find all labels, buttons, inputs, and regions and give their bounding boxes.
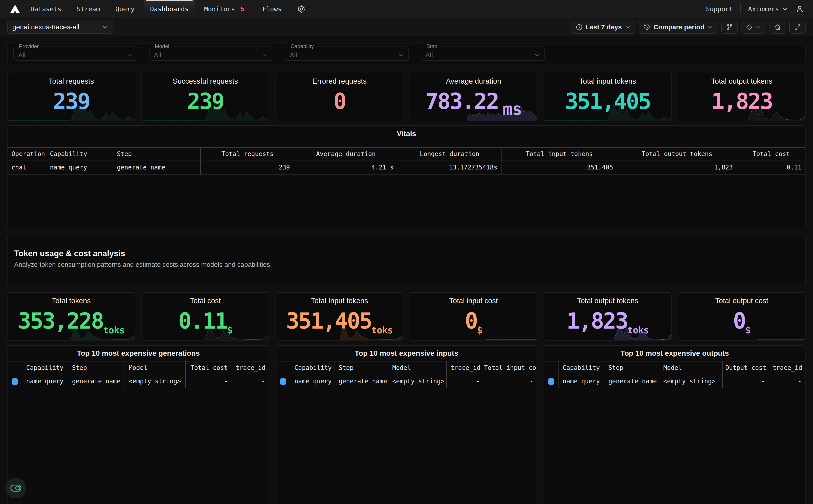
stat-card-total-cost[interactable]: Total cost 0.11$: [141, 292, 269, 340]
col-header-swatch: [276, 361, 290, 374]
settings-gear-icon[interactable]: [291, 0, 312, 18]
col-header: Capability: [22, 361, 68, 374]
stat-card-successful-requests[interactable]: Successful requests 239: [141, 73, 269, 121]
cell-trace-id: -: [232, 374, 269, 388]
chevron-down-icon: [398, 52, 404, 58]
top-expensive-inputs-panel: Top 10 most expensive inputs Capability …: [275, 345, 538, 504]
table-row[interactable]: name_query generate_name <empty string> …: [276, 374, 538, 388]
cell-model: <empty string>: [388, 374, 447, 388]
cell-capability: name_query: [559, 374, 604, 388]
col-header-swatch: [544, 361, 559, 374]
org-name: Axiomers: [748, 5, 779, 13]
chevron-down-icon: [102, 24, 108, 30]
col-header: Model: [125, 361, 186, 374]
vitals-table: Operation Capability Step Total requests…: [8, 147, 805, 175]
legend-swatch[interactable]: [12, 378, 18, 385]
stat-card-value: 239: [53, 85, 90, 121]
col-header: Capability: [290, 361, 334, 374]
section-title: Token usage & cost analysis: [14, 249, 805, 258]
stat-cards-row-2: Total tokens 353,228toks Total cost 0.11…: [7, 292, 806, 340]
stat-card-total-output-tokens-2[interactable]: Total output tokens 1,823toks: [544, 292, 672, 340]
dashboard-toolbar: genai.nexus-traces-all Last 7 days Compa…: [0, 18, 813, 36]
version-history-button[interactable]: [721, 21, 738, 34]
col-header: Step: [604, 361, 659, 374]
cell-longest-duration: 13.172735418s: [398, 160, 502, 174]
table-row[interactable]: name_query generate_name <empty string> …: [544, 374, 805, 388]
filter-model-value: All: [154, 51, 161, 59]
cell-total-input-cost: -: [484, 374, 538, 388]
col-header: Step: [68, 361, 125, 374]
cell-trace-id: -: [769, 374, 805, 388]
dashboard-selector-value: genai.nexus-traces-all: [12, 23, 79, 31]
stat-card-total-input-tokens[interactable]: Total input tokens 351,405: [544, 73, 672, 121]
cell-step: generate_name: [68, 374, 125, 388]
cell-capability: name_query: [290, 374, 334, 388]
clock-icon: [576, 24, 583, 31]
nav-item-dashboards[interactable]: Dashboards: [144, 0, 195, 18]
chevron-down-icon: [534, 52, 540, 58]
stat-card-total-input-cost[interactable]: Total input cost 0$: [410, 292, 538, 340]
cell-average-duration: 4.21 s: [294, 160, 398, 174]
stat-card-total-requests[interactable]: Total requests 239: [7, 73, 135, 121]
fullscreen-button[interactable]: [789, 21, 806, 34]
nav-item-query[interactable]: Query: [109, 0, 141, 18]
col-header: Step: [334, 361, 388, 374]
compare-period-label: Compare period: [654, 23, 704, 31]
monitors-count-badge: 5: [238, 5, 247, 13]
diamond-icon: [746, 24, 753, 30]
col-header-swatch: [8, 361, 22, 374]
cell-swatch: [8, 374, 22, 388]
stat-card-total-input-tokens-2[interactable]: Total Input tokens 351,405toks: [275, 292, 403, 340]
stat-card-title: Total output tokens: [711, 77, 772, 85]
col-header: Total requests: [201, 147, 294, 160]
cell-total-requests: 239: [201, 160, 294, 174]
user-account-icon[interactable]: [795, 5, 804, 13]
time-range-button[interactable]: Last 7 days: [571, 21, 635, 34]
org-switcher[interactable]: Axiomers: [748, 5, 788, 13]
nav-item-datasets[interactable]: Datasets: [24, 0, 68, 18]
stat-card-total-tokens[interactable]: Total tokens 353,228toks: [7, 292, 135, 340]
stat-card-total-output-tokens[interactable]: Total output tokens 1,823: [678, 73, 806, 121]
stat-card-average-duration[interactable]: Average duration 783.22ms: [410, 73, 538, 121]
stat-card-errored-requests[interactable]: Errored requests 0: [275, 73, 403, 121]
filter-capability[interactable]: Capability All: [285, 47, 409, 61]
stat-card-title: Errored requests: [312, 77, 366, 85]
vitals-row[interactable]: chat name_query generate_name 239 4.21 s…: [8, 160, 805, 174]
table-header-row: Capability Step Model Total cost trace_i…: [8, 361, 269, 374]
panel-title: Top 10 most expensive generations: [8, 346, 269, 361]
feature-toggle-fab[interactable]: [6, 478, 26, 498]
nav-item-stream[interactable]: Stream: [71, 0, 106, 18]
filter-step[interactable]: Step All: [421, 47, 545, 61]
table-row[interactable]: name_query generate_name <empty string> …: [8, 374, 269, 388]
nav-item-monitors[interactable]: Monitors 5: [198, 0, 253, 18]
top-nav: Datasets Stream Query Dashboards Monitor…: [0, 0, 813, 18]
stat-card-total-output-cost[interactable]: Total output cost 0$: [678, 292, 806, 340]
nav-item-flows[interactable]: Flows: [256, 0, 288, 18]
stat-card-title: Total Input tokens: [311, 297, 368, 305]
panel-title: Top 10 most expensive inputs: [276, 346, 538, 361]
filter-provider[interactable]: Provider All: [13, 47, 137, 61]
legend-swatch[interactable]: [548, 378, 554, 385]
annotations-button[interactable]: [741, 21, 766, 34]
compare-period-button[interactable]: Compare period: [639, 21, 718, 34]
col-header: trace_id: [769, 361, 805, 374]
cell-swatch: [276, 374, 290, 388]
filter-model[interactable]: Model All: [149, 47, 273, 61]
stat-card-value: 0.11$: [178, 305, 232, 340]
stat-card-value: 351,405: [565, 85, 650, 121]
stat-card-value: 239: [187, 85, 224, 121]
filters-bar: Provider All Model All Capability All St…: [7, 43, 806, 64]
support-link[interactable]: Support: [706, 5, 733, 13]
dashboard-selector[interactable]: genai.nexus-traces-all: [7, 21, 113, 34]
filter-step-label: Step: [424, 43, 440, 49]
col-header: trace_id: [232, 361, 269, 374]
legend-swatch[interactable]: [280, 378, 286, 385]
col-header: Output cost: [722, 361, 769, 374]
git-branch-icon: [726, 24, 733, 31]
cell-operation: chat: [8, 160, 46, 174]
axiom-logo-icon[interactable]: [9, 0, 21, 18]
cell-total-input-tokens: 351,405: [502, 160, 617, 174]
cell-total-cost: 0.11: [737, 160, 805, 174]
vitals-header-row: Operation Capability Step Total requests…: [8, 147, 805, 160]
home-button[interactable]: [770, 21, 786, 34]
